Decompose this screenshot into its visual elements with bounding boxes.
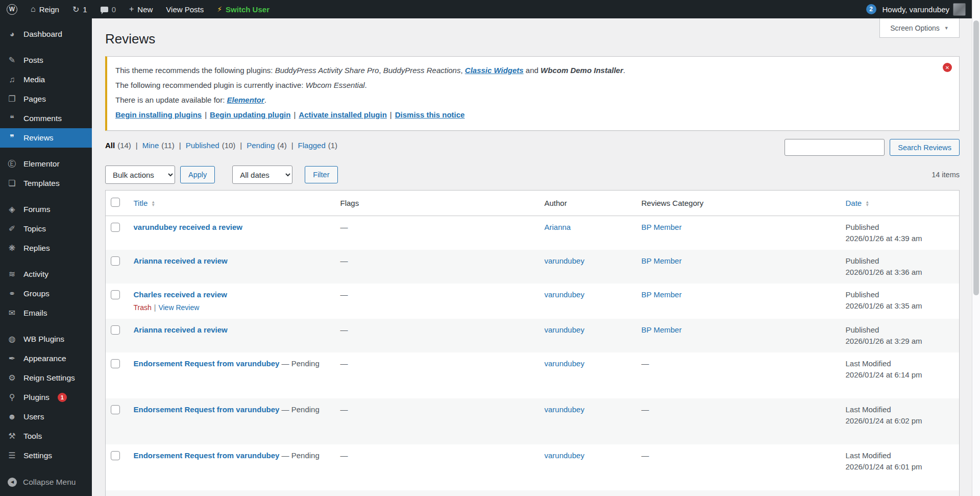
sidebar-item[interactable]: ✐ Topics xyxy=(0,219,92,239)
sidebar-item[interactable]: ⚭ Groups xyxy=(0,284,92,303)
sidebar-item[interactable]: ⚒ Tools xyxy=(0,427,92,446)
notice-action-link[interactable]: Activate installed plugin xyxy=(299,110,387,119)
sidebar-item[interactable]: ♫ Media xyxy=(0,70,92,89)
sidebar-item[interactable]: ❞ Reviews xyxy=(0,128,92,148)
sidebar-item-label: Posts xyxy=(23,55,43,65)
sidebar-item[interactable]: ☻ Users xyxy=(0,407,92,427)
sidebar-item-label: Forums xyxy=(23,204,51,215)
row-checkbox[interactable] xyxy=(111,256,120,266)
page-title: Reviews xyxy=(105,31,980,47)
sidebar-item[interactable]: ✉ Emails xyxy=(0,303,92,323)
status-filter-link[interactable]: Published xyxy=(186,141,219,150)
review-title-link[interactable]: Charles received a review xyxy=(134,290,227,299)
table-row: Endorsement Request from varundubey — Pe… xyxy=(106,398,960,444)
flags-cell: — xyxy=(335,444,540,490)
envelope-icon: ✉ xyxy=(7,308,17,318)
sidebar-item[interactable]: Ⓔ Elementor xyxy=(0,154,92,174)
apply-button[interactable]: Apply xyxy=(180,166,215,183)
sidebar-item[interactable]: ◈ Forums xyxy=(0,200,92,219)
row-checkbox[interactable] xyxy=(111,451,120,460)
sidebar-item[interactable]: ✎ Posts xyxy=(0,51,92,70)
sidebar-item[interactable]: ❐ Pages xyxy=(0,89,92,109)
switch-user-menu[interactable]: ⚡ Switch User xyxy=(210,0,276,18)
category-link[interactable]: BP Member xyxy=(642,325,682,334)
sidebar-item[interactable]: ◕ Dashboard xyxy=(0,25,92,44)
howdy-label: Howdy, varundubey xyxy=(883,5,949,14)
sidebar-item[interactable]: ❏ Templates xyxy=(0,174,92,193)
date-cell: Last Modified2026/01/24 at 6:02 pm xyxy=(841,398,960,444)
new-content-menu[interactable]: + New xyxy=(122,0,159,18)
flags-cell: — xyxy=(335,398,540,444)
status-filter-link[interactable]: Mine xyxy=(142,141,159,150)
trash-link[interactable]: Trash xyxy=(134,303,152,312)
scrollbar-thumb[interactable] xyxy=(973,20,979,295)
review-title-link[interactable]: Arianna received a review xyxy=(134,325,228,334)
status-filter-item: Published (10) | xyxy=(186,141,247,150)
sidebar-item[interactable]: ✒ Appearance xyxy=(0,349,92,368)
flags-cell: — xyxy=(335,490,540,496)
category-link[interactable]: BP Member xyxy=(642,256,682,265)
review-title-link[interactable]: Endorsement Request from varundubey xyxy=(134,405,280,414)
author-link[interactable]: varundubey xyxy=(545,325,584,334)
select-all-checkbox[interactable] xyxy=(111,198,120,207)
sidebar-item[interactable]: ❋ Replies xyxy=(0,239,92,258)
classic-widgets-link[interactable]: Classic Widgets xyxy=(465,66,524,75)
author-link[interactable]: varundubey xyxy=(545,290,584,299)
search-input[interactable] xyxy=(785,139,885,156)
status-filter-link[interactable]: Pending xyxy=(247,141,275,150)
collapse-menu-button[interactable]: ◀ Collapse Menu xyxy=(0,473,92,492)
review-title-link[interactable]: Arianna received a review xyxy=(134,256,228,265)
updates-menu[interactable]: ↻ 1 xyxy=(66,0,94,18)
update-count-badge: 1 xyxy=(58,393,67,402)
author-link[interactable]: varundubey xyxy=(545,256,584,265)
date-filter-select[interactable]: All dates xyxy=(232,166,292,184)
column-header-date[interactable]: Date▲▼ xyxy=(841,191,960,216)
view-posts-menu[interactable]: View Posts xyxy=(159,0,210,18)
notification-badge[interactable]: 2 xyxy=(866,4,876,14)
review-title-link[interactable]: Endorsement Request from varundubey xyxy=(134,451,280,460)
author-link[interactable]: varundubey xyxy=(545,451,584,460)
view-review-link[interactable]: View Review xyxy=(158,303,199,312)
sidebar-item[interactable]: ◍ WB Plugins xyxy=(0,329,92,349)
notice-action-link[interactable]: Dismiss this notice xyxy=(395,110,465,119)
site-name-menu[interactable]: ⌂ Reign xyxy=(24,0,66,18)
filter-button[interactable]: Filter xyxy=(305,166,337,183)
bulk-actions-select[interactable]: Bulk actions xyxy=(105,166,175,184)
wordpress-logo-menu[interactable]: W xyxy=(0,0,24,18)
replies-bee-icon: ❋ xyxy=(7,243,17,253)
sidebar-item[interactable]: ≋ Activity xyxy=(0,265,92,284)
notice-action-link[interactable]: Begin installing plugins xyxy=(115,110,202,119)
table-row: Endorsement Request from varundubey — Pe… xyxy=(106,444,960,490)
screen-options-button[interactable]: Screen Options ▼ xyxy=(879,18,960,38)
column-header-title[interactable]: Title▲▼ xyxy=(129,191,335,216)
row-checkbox[interactable] xyxy=(111,290,120,299)
elementor-update-link[interactable]: Elementor xyxy=(227,96,264,104)
search-reviews-button[interactable]: Search Reviews xyxy=(890,139,960,156)
category-link[interactable]: BP Member xyxy=(642,223,682,231)
sidebar-item[interactable]: ☰ Settings xyxy=(0,446,92,465)
my-account-menu[interactable]: Howdy, varundubey xyxy=(881,0,967,18)
review-title-link[interactable]: varundubey received a review xyxy=(134,223,242,231)
sidebar-item[interactable]: ⚲ Plugins 1 xyxy=(0,388,92,407)
notice-action-link[interactable]: Begin updating plugin xyxy=(210,110,290,119)
admin-bar: W ⌂ Reign ↻ 1 0 + New View Posts ⚡ Switc… xyxy=(0,0,980,18)
sidebar-item[interactable]: ❝ Comments xyxy=(0,109,92,128)
row-checkbox[interactable] xyxy=(111,325,120,335)
row-checkbox[interactable] xyxy=(111,405,120,414)
review-title-link[interactable]: Endorsement Request from varundubey xyxy=(134,359,280,368)
comments-menu[interactable]: 0 xyxy=(94,0,122,18)
row-checkbox[interactable] xyxy=(111,223,120,232)
sidebar-item-label: Comments xyxy=(23,113,62,124)
author-link[interactable]: Arianna xyxy=(545,223,571,231)
status-filter-link[interactable]: Flagged xyxy=(298,141,326,150)
author-link[interactable]: varundubey xyxy=(545,359,584,368)
home-icon: ⌂ xyxy=(31,5,36,14)
sidebar-item[interactable]: ⚙ Reign Settings xyxy=(0,368,92,388)
dismiss-notice-icon[interactable]: ✕ xyxy=(943,63,952,72)
status-filter-link[interactable]: All xyxy=(105,141,115,150)
row-checkbox[interactable] xyxy=(111,359,120,368)
author-link[interactable]: varundubey xyxy=(545,405,584,414)
category-link[interactable]: BP Member xyxy=(642,290,682,299)
flags-cell: — xyxy=(335,216,540,250)
menu-separator xyxy=(0,193,92,200)
